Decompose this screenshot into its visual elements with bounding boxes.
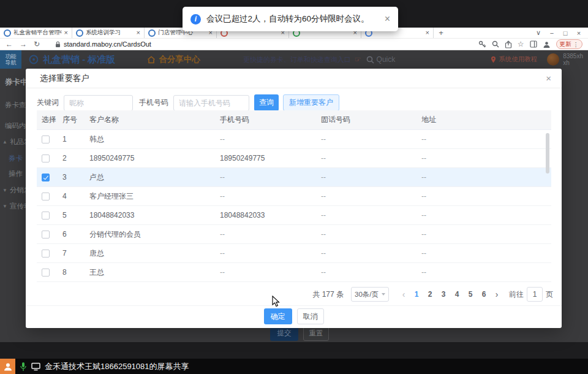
cell-select xyxy=(37,269,62,277)
table-row[interactable]: 21895024977518950249775---- xyxy=(37,149,551,168)
cell-address: -- xyxy=(421,154,551,162)
table-row[interactable]: 1韩总------ xyxy=(37,130,551,149)
zoom-icon[interactable] xyxy=(492,40,499,48)
user-box[interactable]: 8385xh xh xyxy=(547,53,583,66)
phone-label: 手机号码 xyxy=(139,97,168,108)
dialog-close-icon[interactable]: × xyxy=(546,74,551,83)
share-center-link[interactable]: 合分享中心 xyxy=(147,54,200,65)
forward-icon[interactable]: → xyxy=(20,40,27,48)
cell-no: 4 xyxy=(62,192,89,200)
sidebar-item[interactable]: ▼宣传动 xyxy=(2,202,26,211)
cell-name: 18048842033 xyxy=(89,211,220,219)
url-bar: ← → ↻ standard.maboy.cn/CardsOut ☆ 更新 ⋮ xyxy=(0,39,588,50)
tab-close-icon[interactable]: × xyxy=(426,29,429,36)
quick-search[interactable]: Quick xyxy=(366,55,396,64)
reload-icon[interactable]: ↻ xyxy=(34,40,40,48)
sidebar-item[interactable]: 券卡查 xyxy=(5,101,26,110)
sidebar-item[interactable]: 券卡中 xyxy=(5,77,26,88)
new-tab-button[interactable]: + xyxy=(434,28,448,38)
tab-close-icon[interactable]: × xyxy=(64,29,68,36)
page-number[interactable]: 6 xyxy=(477,287,491,302)
nav-toggle-button[interactable]: 功能导航 xyxy=(0,50,21,69)
cell-no: 2 xyxy=(62,154,89,162)
next-page-icon[interactable]: › xyxy=(491,289,503,299)
browser-update-button[interactable]: 更新 ⋮ xyxy=(556,39,583,49)
row-checkbox[interactable] xyxy=(42,269,50,277)
pagination-total: 共 177 条 xyxy=(312,289,344,300)
sidebar-item[interactable]: 券卡 xyxy=(9,154,23,163)
sidebar-item[interactable]: 操作 xyxy=(9,169,23,178)
table-scrollbar[interactable] xyxy=(546,133,549,174)
cell-address: -- xyxy=(421,230,551,239)
add-customer-button[interactable]: 新增重要客户 xyxy=(283,94,339,111)
sidebar-item[interactable]: 编码内 xyxy=(5,121,26,131)
column-header: 手机号码 xyxy=(220,115,321,125)
sidepanel-icon[interactable] xyxy=(530,40,537,48)
window-close-icon[interactable]: × xyxy=(572,29,586,37)
goto-page-input[interactable] xyxy=(527,287,543,302)
table-row[interactable]: 51804884203318048842033---- xyxy=(37,206,551,225)
avatar[interactable] xyxy=(547,53,559,66)
back-icon[interactable]: ← xyxy=(6,40,13,48)
row-checkbox[interactable] xyxy=(42,250,50,258)
more-menu-icon[interactable]: ⋮ xyxy=(573,41,579,48)
cell-landline: -- xyxy=(321,230,421,239)
table-row[interactable]: 4客户经理张三------ xyxy=(37,187,551,206)
browser-tab[interactable]: 系统培训学习× xyxy=(72,28,145,38)
row-checkbox[interactable] xyxy=(42,174,50,181)
key-icon[interactable] xyxy=(478,40,486,48)
cancel-button[interactable]: 取消 xyxy=(297,308,324,324)
search-icon xyxy=(366,56,374,64)
row-checkbox[interactable] xyxy=(42,193,50,200)
tab-search-icon[interactable]: ∨ xyxy=(532,29,545,37)
page-number[interactable]: 3 xyxy=(437,287,450,302)
bookmark-star-icon[interactable]: ☆ xyxy=(518,40,524,48)
row-checkbox[interactable] xyxy=(42,155,50,162)
cell-phone: -- xyxy=(220,249,321,258)
table-row[interactable]: 8王总------ xyxy=(37,263,551,282)
cell-phone: 18950249775 xyxy=(220,154,321,162)
pointing-hand-icon: ☞ xyxy=(355,55,361,64)
tab-favicon-icon xyxy=(4,29,11,37)
profile-icon[interactable] xyxy=(543,40,551,48)
minimize-icon[interactable]: − xyxy=(545,29,559,37)
browser-tab[interactable]: 礼盒营销平台管理中心× xyxy=(0,28,72,38)
cell-name: 分销代理的会员 xyxy=(89,229,220,240)
row-checkbox[interactable] xyxy=(42,135,50,143)
sidebar-item[interactable]: ▲礼品发 xyxy=(2,137,26,147)
page-number[interactable]: 4 xyxy=(450,287,464,302)
column-header: 序号 xyxy=(62,115,89,125)
sidebar-item-label: 礼品发 xyxy=(10,137,26,147)
cell-no: 1 xyxy=(62,135,89,143)
participant-icon xyxy=(0,359,15,374)
prev-page-icon[interactable]: ‹ xyxy=(398,289,410,299)
page-number[interactable]: 2 xyxy=(423,287,437,302)
phone-input[interactable] xyxy=(173,95,249,111)
cell-address: -- xyxy=(421,192,551,200)
table-row[interactable]: 6分销代理的会员------ xyxy=(37,225,551,244)
row-checkbox[interactable] xyxy=(42,231,50,239)
page-number[interactable]: 1 xyxy=(410,287,423,302)
share-icon[interactable] xyxy=(505,40,512,48)
brand: 礼盒营销 - 标准版 xyxy=(29,54,115,66)
address-field[interactable]: standard.maboy.cn/CardsOut xyxy=(55,40,151,48)
maximize-icon[interactable]: □ xyxy=(559,29,572,37)
table-row[interactable]: 7唐总------ xyxy=(37,244,551,263)
tree-arrow-icon: ▼ xyxy=(2,204,7,209)
sidebar-item[interactable]: ▼分销发 xyxy=(2,186,26,195)
cell-no: 3 xyxy=(62,173,89,181)
table-row[interactable]: 3卢总------ xyxy=(37,168,551,187)
keyword-input[interactable] xyxy=(64,95,133,111)
tutorial-link[interactable]: 系统使用教程 xyxy=(491,55,537,64)
tab-close-icon[interactable]: × xyxy=(137,29,140,36)
confirm-button[interactable]: 确定 xyxy=(264,308,292,324)
search-button[interactable]: 查询 xyxy=(254,94,279,111)
share-center-label: 合分享中心 xyxy=(159,54,200,65)
sidebar-item-label: 编码内 xyxy=(5,121,26,131)
toast-close-icon[interactable]: × xyxy=(385,14,390,24)
page-size-select[interactable]: 30条/页 xyxy=(351,287,389,302)
sidebar-item-label: 券卡查 xyxy=(5,101,26,110)
row-checkbox[interactable] xyxy=(42,212,50,219)
page-number[interactable]: 5 xyxy=(464,287,477,302)
cell-phone: 18048842033 xyxy=(220,211,321,219)
